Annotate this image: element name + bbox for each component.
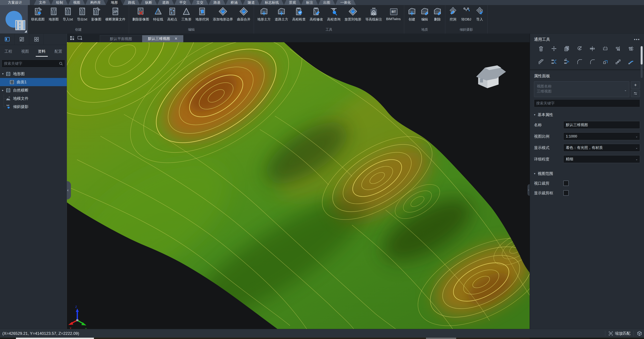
close-tab-icon[interactable]: ✕ <box>174 36 178 41</box>
ribbon-button-cross-section-file[interactable]: 横断测量文件 <box>103 7 128 22</box>
copy-tool-icon[interactable] <box>564 46 570 52</box>
collapse-left-panel-handle[interactable]: ‹ <box>67 181 71 200</box>
sidebar-search-input[interactable] <box>2 61 65 66</box>
menu-tab-file[interactable]: 文件 <box>34 0 51 5</box>
scale-tool-icon[interactable] <box>602 58 608 65</box>
chevron-down-icon[interactable]: ▾ <box>0 72 6 76</box>
ribbon-button-image-map[interactable]: 影像图 <box>89 7 103 22</box>
curve-lower-tool-icon[interactable] <box>564 58 570 65</box>
display-mode-select[interactable]: 着色：有光照，有材质⌄ <box>563 144 640 152</box>
menu-tab-bridge[interactable]: 桥涵 <box>226 0 243 5</box>
trim-tool-icon[interactable] <box>589 46 596 52</box>
tab-default-plan-view[interactable]: 默认平面视图 <box>100 35 142 42</box>
new-view-window-icon[interactable] <box>77 35 83 41</box>
menu-tab-route[interactable]: 路线 <box>123 0 140 5</box>
tile-views-icon[interactable] <box>69 35 75 41</box>
ribbon-button-contour-label[interactable]: 等高线标注 <box>363 7 384 22</box>
app-logo-block[interactable] <box>0 5 28 34</box>
tree-item-natural-cross-section[interactable]: ▸ 自然横断 <box>0 86 67 94</box>
ribbon-button-add-terrain-boundary[interactable]: 添加地形边界 <box>211 7 235 22</box>
ribbon-button-road-earthwork[interactable]: 道路土方 <box>273 7 290 22</box>
app-menu-button[interactable]: 方案设计 <box>0 0 30 5</box>
fillet-tool-icon[interactable] <box>589 58 596 65</box>
menu-tab-plot[interactable]: 出图 <box>318 0 335 5</box>
move-tool-icon[interactable] <box>551 46 557 52</box>
view-range-header[interactable]: ▾ 视图范围 <box>534 171 640 176</box>
ribbon-button-elevation-point[interactable]: 高程点 <box>165 7 179 22</box>
tree-item-surface1[interactable]: 曲面1 <box>0 78 67 86</box>
array-tool-icon[interactable] <box>615 58 621 65</box>
spline-tool-icon[interactable] <box>628 58 634 65</box>
menu-tab-draw[interactable]: 绘制 <box>51 0 68 5</box>
3d-canvas[interactable]: X Y Z ‹ ‹ <box>67 42 530 329</box>
align-mid-tool-icon[interactable] <box>628 46 634 52</box>
ribbon-button-feature-line[interactable]: 特征线 <box>151 7 165 22</box>
add-view-button[interactable]: + <box>631 81 640 89</box>
layout-panes-button[interactable] <box>14 34 29 45</box>
offset-tool-icon[interactable] <box>538 58 544 65</box>
menu-tab-tunnel[interactable]: 隧道 <box>243 0 260 5</box>
view-settings-button[interactable] <box>631 90 640 97</box>
ribbon-button-bimtwins[interactable]: BT BIMTwins <box>384 7 403 21</box>
view-cube-toggle-icon[interactable] <box>636 330 642 336</box>
ribbon-button-delete-image[interactable]: 删除影像图 <box>130 7 151 22</box>
tools-scrollbar[interactable] <box>641 46 643 78</box>
ribbon-button-elevation-query[interactable]: 高程查询 <box>325 7 342 22</box>
menu-tab-at-grade[interactable]: 平交 <box>174 0 191 5</box>
ribbon-button-oblique-import[interactable]: 导入 <box>473 7 486 22</box>
show-crop-box-checkbox[interactable] <box>563 190 569 196</box>
sidebar-tab-config[interactable]: 配置 <box>50 45 67 58</box>
tab-default-3d-view[interactable]: 默认三维视图 ✕ <box>142 35 183 42</box>
menu-tab-landscape[interactable]: 景观 <box>284 0 301 5</box>
tree-item-terrain-model-file[interactable]: 地模文件 <box>0 94 67 102</box>
ribbon-button-terrain-hole[interactable]: 地形挖洞 <box>193 7 211 22</box>
ribbon-button-geology-create[interactable]: 创建 <box>406 7 418 22</box>
menu-tab-signs[interactable]: 标志标线 <box>260 0 284 5</box>
tree-item-terrain-map[interactable]: ▾ 地形图 <box>0 70 67 78</box>
ribbon-button-elevation-modify[interactable]: 高程修改 <box>308 7 325 22</box>
chevron-right-icon[interactable]: ▸ <box>0 88 6 92</box>
layout-columns-button[interactable] <box>0 34 14 45</box>
ribbon-button-oblique-dig[interactable]: 挖洞 <box>446 7 459 22</box>
ribbon-button-geology-delete[interactable]: 删除 <box>431 7 444 22</box>
menu-tab-integration[interactable]: 一体化 <box>335 0 356 5</box>
zoom-fit-button[interactable]: 缩放匹配 <box>608 331 630 336</box>
ribbon-button-surface-merge[interactable]: 曲面合并 <box>235 7 252 22</box>
ribbon-button-terrain-earthwork[interactable]: 地形土方 <box>255 7 273 22</box>
menu-tab-annotation[interactable]: 标注 <box>301 0 318 5</box>
viewport[interactable]: 默认平面视图 默认三维视图 ✕ <box>67 34 530 329</box>
menu-tab-profile[interactable]: 纵断 <box>140 0 157 5</box>
collapse-right-panel-handle[interactable]: ‹ <box>528 184 530 196</box>
view-scale-select[interactable]: 1:1000⌄ <box>563 132 640 140</box>
ribbon-button-geology-edit[interactable]: 编辑 <box>418 7 431 22</box>
ribbon-button-export-txt[interactable]: 导出txt <box>75 7 89 22</box>
ribbon-button-terrain-map[interactable]: 地形图 <box>46 7 61 22</box>
menu-tab-subgrade[interactable]: 路基 <box>208 0 226 5</box>
align-end-tool-icon[interactable] <box>615 46 621 52</box>
view-selector-combobox[interactable]: 视图名称 三维视图 ⌄ <box>534 81 629 97</box>
curve-raise-tool-icon[interactable] <box>551 58 557 65</box>
search-icon[interactable] <box>58 61 63 66</box>
chamfer-tool-icon[interactable] <box>576 58 583 65</box>
rotate-tool-icon[interactable] <box>576 46 583 52</box>
detail-level-select[interactable]: 精细⌄ <box>563 155 640 163</box>
properties-search-input[interactable] <box>534 101 640 106</box>
ribbon-button-place-on-terrain[interactable]: 放置到地形 <box>342 7 363 22</box>
ribbon-button-triangle[interactable]: 三角形 <box>179 7 193 22</box>
menu-tab-terrain[interactable]: 地形 <box>106 0 123 5</box>
tree-item-oblique-photography[interactable]: 倾斜摄影 <box>0 102 67 111</box>
menu-tab-library[interactable]: 构件库 <box>85 0 106 5</box>
name-input[interactable]: 默认三维视图 <box>563 121 640 129</box>
sidebar-tab-data[interactable]: 资料 <box>33 45 50 58</box>
menu-tab-road[interactable]: 道路 <box>157 0 174 5</box>
viewport-crop-checkbox[interactable] <box>563 180 569 186</box>
extend-tool-icon[interactable] <box>602 46 608 52</box>
more-options-icon[interactable]: ••• <box>634 37 640 42</box>
ribbon-button-elevation-check[interactable]: 高程检查 <box>290 7 308 22</box>
ribbon-button-to-obj[interactable]: 转OBJ <box>459 7 473 22</box>
sidebar-tab-project[interactable]: 工程 <box>0 45 17 58</box>
basic-properties-header[interactable]: ▾ 基本属性 <box>534 112 640 117</box>
delete-tool-icon[interactable] <box>538 46 544 52</box>
menu-tab-interchange[interactable]: 立交 <box>191 0 208 5</box>
ribbon-button-online-basemap[interactable]: 联机底图 <box>29 7 46 22</box>
